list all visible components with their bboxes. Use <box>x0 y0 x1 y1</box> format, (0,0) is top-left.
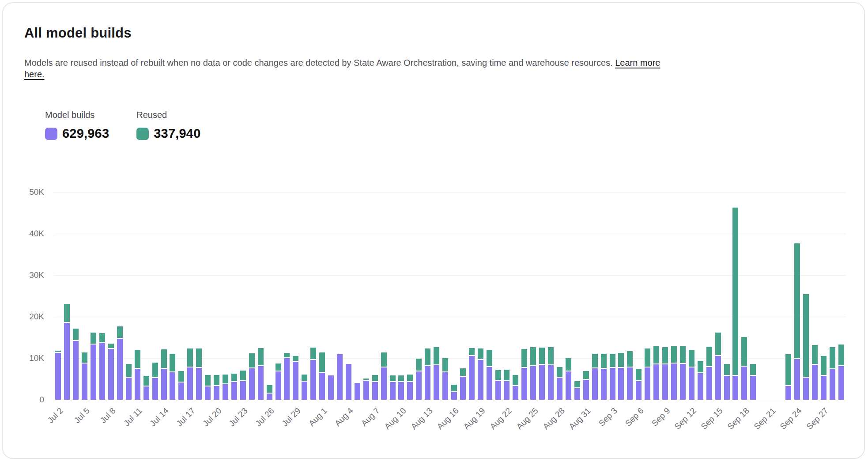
chart-legend: Model builds 629,963 Reused 337,940 <box>45 110 200 141</box>
legend-value-model-builds: 629,963 <box>62 126 109 141</box>
bar-segment-model-builds <box>732 376 738 400</box>
bar-segment-reused <box>117 326 123 337</box>
bar-segment-reused <box>653 346 659 364</box>
bar-segment-reused <box>64 304 70 322</box>
bar-segment-model-builds <box>495 381 501 400</box>
bar-segment-reused <box>741 337 747 366</box>
y-axis-tick-label: 0 <box>13 395 44 405</box>
bar-segment-model-builds <box>645 367 650 400</box>
bar-segment-model-builds <box>319 373 325 400</box>
bar-segment-reused <box>267 385 272 393</box>
bar-segment-reused <box>284 353 290 357</box>
bar-segment-reused <box>566 358 571 371</box>
bar-segment-reused <box>680 346 686 364</box>
bar-segment-reused <box>812 345 818 364</box>
bar-segment-reused <box>55 351 61 352</box>
bar-segment-reused <box>91 333 96 344</box>
bar-segment-model-builds <box>258 366 264 400</box>
gridline <box>54 317 845 317</box>
bar-segment-model-builds <box>838 366 844 400</box>
bar-segment-model-builds <box>117 339 123 400</box>
bar-segment-model-builds <box>478 360 483 400</box>
bar-segment-model-builds <box>460 377 466 400</box>
bar-segment-reused <box>460 368 466 376</box>
bar-segment-model-builds <box>636 381 642 400</box>
description: Models are reused instead of rebuilt whe… <box>24 57 664 80</box>
bar-segment-reused <box>82 352 87 363</box>
bar-segment-reused <box>126 364 132 377</box>
bar-segment-model-builds <box>73 341 79 400</box>
bar-segment-reused <box>803 294 809 377</box>
bar-segment-model-builds <box>267 394 272 400</box>
bar-segment-reused <box>425 348 430 365</box>
bar-segment-reused <box>214 375 219 385</box>
bar-segment-reused <box>258 348 264 365</box>
bar-segment-model-builds <box>830 369 835 400</box>
bar-segment-model-builds <box>223 384 228 400</box>
bar-segment-reused <box>73 329 79 340</box>
y-axis-tick-label: 30K <box>13 270 44 280</box>
bar-segment-model-builds <box>715 356 721 400</box>
bar-segment-model-builds <box>108 349 114 400</box>
bar-segment-model-builds <box>161 369 167 400</box>
bar-segment-model-builds <box>566 371 571 400</box>
bar-segment-reused <box>99 333 105 342</box>
bar-segment-model-builds <box>724 376 730 400</box>
bar-segment-reused <box>170 354 175 371</box>
bar-segment-reused <box>187 348 193 366</box>
bar-segment-model-builds <box>310 360 316 400</box>
bar-segment-reused <box>478 348 483 359</box>
bar-segment-reused <box>469 348 475 355</box>
bar-segment-reused <box>794 243 800 358</box>
bar-segment-model-builds <box>680 364 686 400</box>
bar-segment-reused <box>671 346 677 363</box>
bar-segment-model-builds <box>434 365 439 400</box>
legend-label-model-builds: Model builds <box>45 110 109 120</box>
bar-segment-reused <box>618 353 624 367</box>
bar-segment-reused <box>698 361 703 372</box>
bar-segment-model-builds <box>653 364 659 400</box>
bar-segment-reused <box>583 371 589 379</box>
bar-segment-model-builds <box>231 382 237 400</box>
model-builds-card: All model builds Models are reused inste… <box>2 2 865 459</box>
bar-segment-model-builds <box>627 367 633 400</box>
bar-segment-reused <box>610 354 615 367</box>
bar-segment-reused <box>724 364 730 375</box>
bar-segment-model-builds <box>355 383 360 400</box>
bar-segment-reused <box>821 356 826 375</box>
bar-segment-model-builds <box>442 372 448 400</box>
bar-segment-reused <box>161 349 167 368</box>
bar-segment-reused <box>143 376 149 386</box>
bar-segment-reused <box>513 375 518 385</box>
legend-item-model-builds: Model builds 629,963 <box>45 110 109 141</box>
bar-segment-reused <box>504 370 509 380</box>
bar-segment-reused <box>706 347 712 366</box>
bar-segment-reused <box>645 348 650 366</box>
bar-segment-model-builds <box>574 388 580 400</box>
bar-segment-reused <box>398 375 404 381</box>
bar-segment-reused <box>830 347 835 368</box>
bar-segment-model-builds <box>143 386 149 400</box>
bar-segment-model-builds <box>487 367 492 400</box>
bar-segment-model-builds <box>407 382 413 400</box>
gridline <box>54 275 845 276</box>
bar-segment-reused <box>715 333 721 356</box>
bar-segment-reused <box>557 367 562 377</box>
bar-segment-model-builds <box>425 366 430 400</box>
bar-segment-model-builds <box>398 382 404 400</box>
bar-segment-model-builds <box>750 376 756 400</box>
bar-segment-reused <box>407 375 413 381</box>
bar-segment-reused <box>240 371 246 380</box>
bar-segment-model-builds <box>372 382 378 400</box>
bar-segment-reused <box>495 370 501 380</box>
bar-segment-model-builds <box>689 367 694 400</box>
bar-segment-model-builds <box>812 365 818 400</box>
bar-segment-reused <box>231 374 237 381</box>
bar-segment-model-builds <box>539 365 545 400</box>
bar-segment-model-builds <box>363 381 369 400</box>
bar-segment-model-builds <box>170 372 175 400</box>
bar-segment-model-builds <box>671 364 677 400</box>
bar-segment-model-builds <box>785 386 791 400</box>
bar-segment-model-builds <box>741 367 747 400</box>
bar-segment-reused <box>548 347 554 364</box>
